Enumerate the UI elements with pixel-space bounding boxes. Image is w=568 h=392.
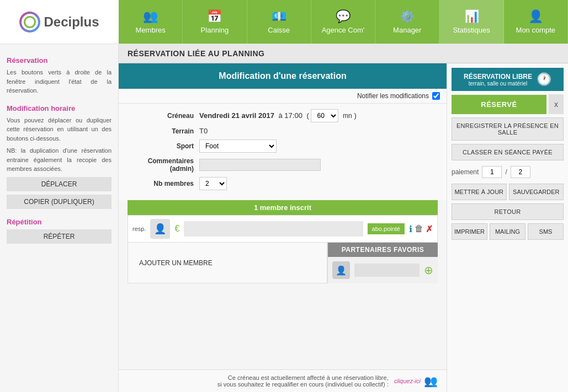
add-member-area: AJOUTER UN MEMBRE (128, 243, 327, 283)
abo-badge: abo.pointé (368, 223, 405, 234)
classer-seance-button[interactable]: CLASSER EN SÉANCE PAYÉE (452, 144, 564, 160)
reserved-button[interactable]: RÉSERVÉ (452, 95, 546, 114)
right-panel: RÉSERVATION LIBRE terrain, salle ou maté… (447, 63, 568, 392)
sidebar-reservation-title: Réservation (7, 56, 112, 65)
planning-icon: 📅 (207, 9, 222, 24)
nb-membres-row: Nb membres 1 2 3 4 5 (128, 177, 438, 190)
partenaires-header: PARTENAIRES FAVORIS (328, 243, 438, 257)
payment-row: paiement / (452, 164, 564, 180)
logo-area: Deciplus (0, 0, 119, 44)
copier-button[interactable]: COPIER (DUPLIQUER) (7, 195, 112, 209)
nb-membres-select[interactable]: 1 2 3 4 5 (199, 177, 227, 190)
logo-icon (19, 12, 40, 33)
membre-action-icons: ℹ 🗑 ✗ (409, 224, 433, 234)
nav-planning-label: Planning (201, 26, 229, 34)
resp-label: resp. (132, 225, 146, 232)
euro-icon: € (174, 224, 179, 234)
terrain-label: Terrain (128, 127, 199, 135)
sidebar-modification-title: Modification horaire (7, 104, 112, 112)
creneau-label: Créneau (128, 112, 199, 120)
libre-sub: terrain, salle ou matériel (464, 80, 532, 87)
sms-button[interactable]: SMS (528, 223, 564, 240)
bottom-text: Ce créneau est actuellement affecté à un… (128, 374, 389, 388)
main-area: Réservation Les boutons verts à droite d… (0, 44, 568, 392)
cliquez-ici-link[interactable]: cliquez-ici (394, 378, 421, 384)
update-save-row: METTRE À JOUR SAUVEGARDER (452, 184, 564, 200)
nav-membres-label: Membres (136, 26, 166, 34)
agence-icon: 💬 (336, 9, 351, 24)
commentaires-label: Commentaires (admin) (128, 157, 199, 173)
bottom-bar: Ce créneau est actuellement affecté à un… (119, 369, 447, 392)
terrain-value: T0 (199, 127, 208, 135)
sidebar-repetition-title: Répétition (7, 218, 112, 226)
nav-membres[interactable]: 👥 Membres (119, 0, 183, 44)
form-panel: Modification d'une réservation Notifier … (119, 63, 447, 392)
content-body: Modification d'une réservation Notifier … (119, 63, 568, 392)
sport-select[interactable]: Foot Tennis Basket Squash (199, 139, 277, 153)
add-member-button[interactable]: AJOUTER UN MEMBRE (132, 257, 219, 269)
notify-checkbox[interactable] (432, 92, 440, 100)
moncompte-icon: 👤 (528, 9, 543, 24)
nav-moncompte[interactable]: 👤 Mon compte (504, 0, 568, 44)
sidebar: Réservation Les boutons verts à droite d… (0, 44, 119, 392)
nav-planning[interactable]: 📅 Planning (183, 0, 247, 44)
imprimer-button[interactable]: IMPRIMER (452, 223, 487, 240)
enregistrer-presence-button[interactable]: ENREGISTRER LA PRÉSENCE EN SALLE (452, 117, 564, 141)
nav-agence-label: Agence Com' (322, 26, 365, 34)
form-title: Modification d'une réservation (219, 71, 346, 80)
membre-name-bar (184, 221, 363, 237)
page-title: RÉSERVATION LIÉE AU PLANNING (128, 49, 264, 58)
notify-bar: Notifier les modifications (119, 89, 447, 104)
reserved-row: RÉSERVÉ x (452, 94, 564, 114)
info-icon[interactable]: ℹ (409, 224, 412, 234)
membres-area: 1 membre inscrit resp. 👤 € abo.pointé ℹ … (128, 200, 438, 283)
nav-caisse[interactable]: 💶 Caisse (247, 0, 311, 44)
paiement-label: paiement (452, 168, 479, 176)
paiement-input-2[interactable] (511, 166, 530, 178)
membres-header: 1 membre inscrit (128, 200, 438, 215)
creneau-value: Vendredi 21 avril 2017 à 17:00 ( 60 30 4… (199, 109, 357, 122)
nav-statistiques-label: Statistiques (453, 26, 490, 34)
partenaire-avatar: 👤 (332, 261, 350, 279)
paiement-input-1[interactable] (482, 166, 502, 178)
manager-icon: ⚙️ (400, 9, 415, 24)
sidebar-reservation-text: Les boutons verts à droite de la fenêtre… (7, 68, 112, 95)
retour-button[interactable]: RETOUR (452, 203, 564, 220)
logo-text: Deciplus (44, 14, 99, 30)
nav-caisse-label: Caisse (268, 26, 290, 34)
nav-manager-label: Manager (393, 26, 421, 34)
commentaires-input[interactable] (199, 159, 321, 171)
clock-icon: 🕐 (537, 72, 551, 87)
delete-icon[interactable]: ✗ (426, 224, 433, 234)
statistiques-icon: 📊 (464, 9, 479, 24)
membres-icon: 👥 (143, 9, 158, 24)
nav-agence[interactable]: 💬 Agence Com' (311, 0, 375, 44)
trash-icon[interactable]: 🗑 (415, 224, 423, 234)
close-x-button[interactable]: x (549, 94, 564, 114)
partenaires-icon[interactable]: 👥 (424, 374, 438, 388)
repeter-button[interactable]: RÉPÉTER (7, 229, 112, 244)
mettre-a-jour-button[interactable]: METTRE À JOUR (452, 184, 507, 200)
creneau-row: Créneau Vendredi 21 avril 2017 à 17:00 (… (128, 109, 438, 122)
print-row: IMPRIMER MAILING SMS (452, 223, 564, 240)
sport-row: Sport Foot Tennis Basket Squash (128, 139, 438, 153)
main-nav: 👥 Membres 📅 Planning 💶 Caisse 💬 Agence C… (119, 0, 568, 44)
mailing-button[interactable]: MAILING (490, 223, 525, 240)
nav-manager[interactable]: ⚙️ Manager (375, 0, 439, 44)
nav-statistiques[interactable]: 📊 Statistiques (439, 0, 503, 44)
deplacer-button[interactable]: DÉPLACER (7, 177, 112, 191)
sport-label: Sport (128, 142, 199, 150)
membre-row: resp. 👤 € abo.pointé ℹ 🗑 ✗ (128, 215, 438, 243)
caisse-icon: 💶 (272, 9, 286, 24)
creneau-duration-select[interactable]: 60 30 45 90 (311, 109, 338, 122)
content: RÉSERVATION LIÉE AU PLANNING Modificatio… (119, 44, 568, 392)
form-header: Modification d'une réservation (119, 63, 447, 89)
nav-moncompte-label: Mon compte (516, 26, 556, 34)
sidebar-modification-text: Vous pouvez déplacer ou dupliquer cette … (7, 116, 112, 143)
notify-label: Notifier les modifications (357, 92, 429, 100)
membre-avatar: 👤 (150, 219, 170, 239)
partenaire-row: 👤 ⊕ (328, 257, 438, 283)
partenaire-add-icon[interactable]: ⊕ (424, 264, 433, 277)
sauvegarder-button[interactable]: SAUVEGARDER (509, 184, 564, 200)
terrain-row: Terrain T0 (128, 127, 438, 135)
